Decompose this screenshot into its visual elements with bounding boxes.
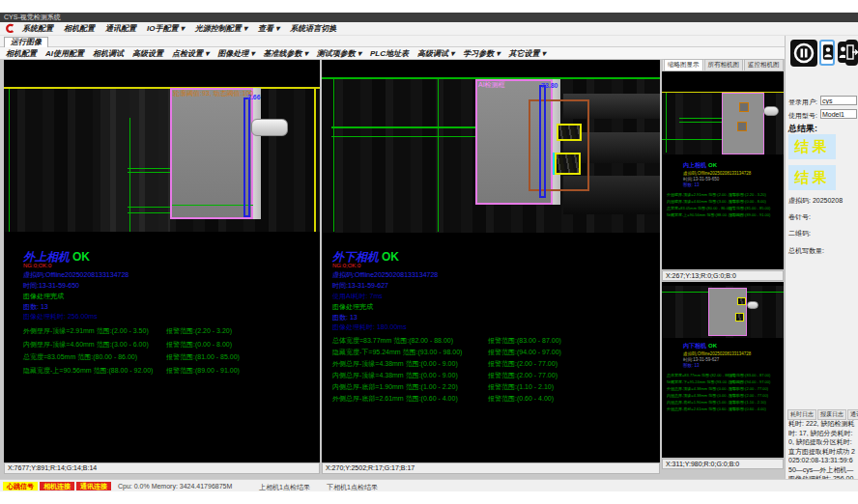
tool-ai-usage-config[interactable]: AI使用配置 (45, 48, 84, 59)
done-line: 图像处理完成 (23, 292, 64, 301)
tool-other-settings[interactable]: 其它设置 ▾ (509, 48, 546, 59)
thumbnail-view-inner-upper[interactable]: 内上相机OK 虚拟码:Offline20250208133134728 时间:1… (662, 71, 784, 269)
right-panel: 登录用户: cys 使用型号: Model1 总结果: 结果 结果 虚拟码: 2… (785, 36, 858, 479)
thumb-measurement-rows: 总体宽度=83.77mm 范围:(82.00 - 88.00)报警范围:(83.… (667, 373, 783, 413)
tool-image-processing[interactable]: 图像处理 ▾ (217, 48, 254, 59)
menu-io-config[interactable]: IO手配置 ▾ (147, 23, 185, 34)
defect-box-2 (735, 313, 744, 322)
camera-status: OK (382, 250, 399, 264)
user-login-button[interactable] (819, 40, 835, 66)
tool-camera-config[interactable]: 相机配置 (6, 48, 37, 59)
menu-camera-config[interactable]: 相机配置 (64, 23, 95, 34)
thumb-result-title: 内下相机OK (683, 342, 717, 350)
measurement-alarm: 报警范围:(94.00 - 97.00) (729, 379, 770, 386)
model-label: 使用型号: (788, 111, 817, 121)
coordinate-bar-thumb-bottom: X:311;Y:980;R:0;G:0;B:0 (662, 459, 784, 469)
measurement-row: 内侧壁厚-顶缘=4.60mm 范围:(3.00 - 6.00)报警范围:(0.0… (23, 340, 313, 353)
tool-test-params[interactable]: 测试项参数 ▾ (317, 48, 361, 59)
defect-box-2 (555, 153, 581, 175)
metal-clip-part (251, 119, 288, 136)
barcode-line: 虚拟码:Offline20250208133134728 (332, 270, 438, 280)
measurement-row: 总宽度=83.05mm 范围:(80.00 - 86.00)报警范围:(81.0… (667, 206, 783, 212)
thumb-barcode-line: 虚拟码:Offline20250208133134728 (683, 171, 751, 176)
count-line: 图数: 13 (332, 313, 358, 322)
measurement-rows: 总体宽度=83.77mm 范围:(82.00 - 88.00)报警范围:(83.… (332, 336, 651, 406)
menu-light-config[interactable]: 光源控制配置 ▾ (195, 23, 247, 34)
menu-view[interactable]: 查看 ▾ (258, 23, 279, 34)
thumb-tab-monitor[interactable]: 监控相机图 (744, 59, 784, 70)
measurement-row: 外侧总厚-顶缘=4.38mm 范围:(0.00 - 9.00)报警范围:(2.0… (667, 386, 783, 393)
exit-button[interactable] (845, 40, 858, 66)
overlay-green-hline-3 (662, 139, 722, 140)
measurement-row: 隐藏宽度-下=95.24mm 范围:(93.00 - 98.00)报警范围:(9… (332, 348, 651, 359)
measurement-row: 内侧总厚-顶缘=4.38mm 范围:(0.00 - 9.00)报警范围:(2.0… (667, 393, 783, 400)
roi-brown-box (529, 99, 589, 191)
tab-run-image[interactable]: 运行图像 (4, 37, 48, 47)
ai-time-line: 使用AI耗时: 7ms (332, 292, 383, 301)
tool-spot-check[interactable]: 点检设置 ▾ (172, 48, 209, 59)
login-user-field[interactable]: cys (820, 96, 857, 105)
defect-box-1 (557, 124, 582, 141)
model-field[interactable]: Model1 (820, 109, 857, 119)
measure-overlay-label: 73.80 (541, 82, 558, 89)
thumb-tab-overview[interactable]: 缩略图显示 (664, 59, 703, 70)
measurement-row: 内侧总厚-顶缘=4.38mm 范围:(0.00 - 9.00)报警范围:(2.0… (332, 371, 651, 382)
tool-plc-address[interactable]: PLC地址表 (370, 48, 409, 59)
camera-view-outer-lower[interactable]: AI检测框 73.80 外下相机OK NG:0;OK:0 虚拟码:Offline… (322, 60, 660, 462)
measurement-text: 内侧壁厚-顶缘=4.60mm 范围:(3.00 - 6.00) (23, 340, 166, 353)
overlay-green-vline (666, 93, 667, 153)
measurement-alarm: 报警范围:(94.00 - 97.00) (488, 348, 561, 359)
measurement-row: 外侧壁厚-顶缘=2.91mm 范围:(2.00 - 3.50)报警范围:(2.2… (23, 326, 313, 340)
part-edge-highlight (253, 88, 261, 219)
camera-status: OK (72, 250, 90, 264)
tool-learning-params[interactable]: 学习参数 ▾ (463, 48, 500, 59)
measurement-row: 隐藏宽度-上=90.56mm 范围:(88.00 - 92.00)报警范围:(8… (23, 366, 313, 379)
tool-advanced-settings[interactable]: 高级设置 (132, 48, 163, 59)
measurement-alarm: 报警范围:(89.00 - 91.00) (729, 212, 770, 219)
measurement-text: 外侧总厚-顶缘=4.38mm 范围:(0.00 - 9.00) (332, 359, 488, 371)
tool-advanced-debug[interactable]: 高级调试 ▾ (417, 48, 454, 59)
measurement-box (539, 85, 546, 198)
measurement-alarm: 报警范围:(0.00 - 8.00) (166, 340, 232, 353)
login-user-label: 登录用户: (788, 98, 817, 107)
write-count-label: 总机写数量: (788, 246, 824, 256)
overlay-green-vline (9, 89, 10, 232)
tool-baseline-params[interactable]: 基准线参数 ▾ (264, 48, 308, 59)
measurement-text: 内侧总厚-底部=1.90mm 范围:(1.00 - 2.20) (667, 400, 729, 406)
measurement-alarm: 报警范围:(83.00 - 87.00) (729, 373, 770, 379)
thumbnail-tabs: 缩略图显示 所有相机图 监控相机图 (662, 59, 784, 71)
camera-status: OK (708, 343, 717, 349)
measurement-row: 外侧总厚-底部=2.61mm 范围:(0.60 - 4.00)报警范围:(0.6… (667, 406, 783, 413)
thumb-count-line: 图数: 13 (683, 182, 700, 187)
measurement-box (243, 98, 250, 217)
count-line: 图数: 13 (23, 302, 48, 312)
menu-comm-config[interactable]: 通讯配置 (105, 23, 136, 34)
measurement-text: 隐藏宽度-下=95.24mm 范围:(93.00 - 98.00) (667, 379, 729, 386)
thumb-tab-all-cameras[interactable]: 所有相机图 (704, 59, 744, 70)
overlay-green-vline-2 (438, 77, 439, 232)
camera-view-outer-upper[interactable]: 轮廓阈值:93, 动态阈值:100 2.66 外上相机OK NG:0;OK:0 … (4, 60, 320, 462)
overlay-yellow-vline (314, 87, 316, 232)
measurement-row: 隐藏宽度-上=90.56mm 范围:(88.00 - 92.00)报警范围:(8… (667, 212, 783, 219)
detection-region-box (708, 288, 747, 336)
thumbnail-view-inner-lower[interactable]: 内下相机OK 虚拟码:Offline20250208133134728 时间:1… (662, 282, 784, 458)
tool-camera-debug[interactable]: 相机调试 (93, 48, 124, 59)
measurement-row: 外侧总厚-底部=2.61mm 范围:(0.60 - 4.00)报警范围:(0.6… (332, 394, 651, 406)
measurement-text: 内侧壁厚-顶缘=4.60mm 范围:(3.00 - 6.00) (667, 199, 729, 206)
pause-button[interactable] (790, 40, 817, 67)
menu-system-config[interactable]: 系统配置 (22, 23, 53, 34)
measurement-text: 总宽度=83.05mm 范围:(80.00 - 86.00) (667, 206, 729, 212)
title-bar: CYS-视觉检测系统 (0, 13, 858, 22)
user-check-icon (822, 42, 834, 62)
result-badge-2: 结果 (788, 165, 836, 190)
measurement-text: 外侧总厚-底部=2.61mm 范围:(0.60 - 4.00) (332, 394, 488, 406)
menu-bar: 系统配置 相机配置 通讯配置 IO手配置 ▾ 光源控制配置 ▾ 查看 ▾ 系统语… (0, 22, 858, 36)
done-line: 图像处理完成 (332, 302, 373, 312)
measurement-text: 总体宽度=83.77mm 范围:(82.00 - 88.00) (332, 336, 488, 348)
camera-status: OK (708, 162, 717, 168)
menu-language-switch[interactable]: 系统语言切换 (290, 23, 336, 34)
measurement-text: 总宽度=83.05mm 范围:(80.00 - 86.00) (23, 352, 166, 366)
thumb-result-title: 内上相机OK (683, 161, 717, 170)
measurement-row: 内侧总厚-底部=1.90mm 范围:(1.00 - 2.20)报警范围:(1.1… (667, 400, 783, 406)
measurement-alarm: 报警范围:(2.00 - 77.00) (729, 386, 768, 393)
